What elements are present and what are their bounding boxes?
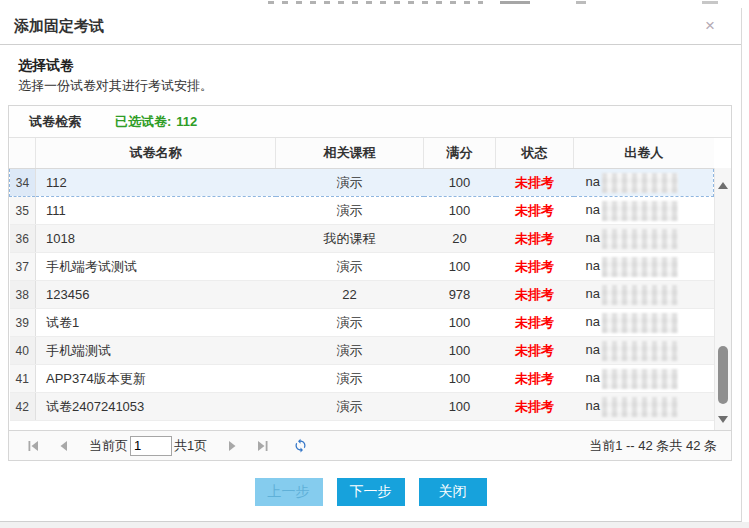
redaction-blur	[602, 341, 678, 361]
total-pages-label: 共1页	[174, 437, 207, 455]
cell-course: 演示	[276, 393, 424, 421]
cell-name: 112	[36, 169, 276, 197]
first-page-icon	[27, 439, 41, 453]
paper-table: 试卷名称 相关课程 满分 状态 出卷人 34112演示100未排考na35111…	[9, 138, 714, 421]
table-row[interactable]: 41APP374版本更新演示100未排考na	[10, 365, 714, 393]
author-text: na	[586, 370, 600, 385]
cell-course: 演示	[276, 197, 424, 225]
cell-score: 100	[424, 309, 496, 337]
cell-author: na	[574, 337, 714, 365]
last-page-button[interactable]	[253, 437, 271, 455]
page-background	[0, 522, 749, 528]
step-subtitle: 选择一份试卷对其进行考试安排。	[18, 77, 723, 95]
cell-status: 未排考	[496, 169, 574, 197]
cell-course: 演示	[276, 309, 424, 337]
cell-author: na	[574, 365, 714, 393]
cell-score: 978	[424, 281, 496, 309]
cell-status: 未排考	[496, 393, 574, 421]
prev-step-button[interactable]: 上一步	[255, 478, 323, 506]
table-row[interactable]: 35111演示100未排考na	[10, 197, 714, 225]
prev-page-icon	[57, 439, 71, 453]
cell-status: 未排考	[496, 197, 574, 225]
cell-name: 试卷1	[36, 309, 276, 337]
scroll-up-icon[interactable]	[718, 182, 728, 189]
table-row[interactable]: 361018我的课程20未排考na	[10, 225, 714, 253]
column-header-status: 状态	[496, 138, 574, 169]
paper-grid-panel: 试卷检索 已选试卷:112 试卷名称 相关课程 满分 状态 出卷人 34	[8, 105, 732, 461]
table-row[interactable]: 42试卷2407241053演示100未排考na	[10, 393, 714, 421]
dialog-header: 添加固定考试 ×	[0, 8, 741, 45]
prev-page-button[interactable]	[55, 437, 73, 455]
column-header-rownum	[10, 138, 36, 169]
cell-score: 100	[424, 393, 496, 421]
add-fixed-exam-dialog: 添加固定考试 × 选择试卷 选择一份试卷对其进行考试安排。 试卷检索 已选试卷:…	[0, 8, 742, 522]
cell-author: na	[574, 169, 714, 197]
footer-buttons: 上一步 下一步 关闭	[0, 478, 741, 506]
redaction-blur	[602, 173, 678, 193]
cell-status: 未排考	[496, 253, 574, 281]
cell-author: na	[574, 309, 714, 337]
table-row[interactable]: 40手机端测试演示100未排考na	[10, 337, 714, 365]
background-page-strip	[0, 0, 749, 8]
cell-score: 100	[424, 365, 496, 393]
cell-status: 未排考	[496, 337, 574, 365]
dialog-title: 添加固定考试	[14, 17, 104, 34]
cell-num: 35	[10, 197, 36, 225]
cell-score: 100	[424, 337, 496, 365]
redaction-blur	[602, 285, 678, 305]
table-header: 试卷名称 相关课程 满分 状态 出卷人	[10, 138, 714, 169]
cell-name: 1018	[36, 225, 276, 253]
page-number-input[interactable]	[130, 436, 172, 456]
current-page-label: 当前页	[89, 437, 128, 455]
column-header-author: 出卷人	[574, 138, 714, 169]
record-count-summary: 当前1 -- 42 条共 42 条	[589, 437, 721, 455]
paper-search-toggle[interactable]: 试卷检索	[29, 113, 81, 131]
background-text-fragment	[500, 1, 530, 4]
cell-name: 手机端测试	[36, 337, 276, 365]
grid-scrollbar[interactable]	[714, 168, 731, 430]
cell-author: na	[574, 197, 714, 225]
next-step-button[interactable]: 下一步	[337, 478, 405, 506]
cell-status: 未排考	[496, 225, 574, 253]
background-text-fragment	[702, 1, 718, 4]
author-text: na	[586, 230, 600, 245]
cell-num: 42	[10, 393, 36, 421]
refresh-button[interactable]	[291, 436, 310, 455]
cell-num: 41	[10, 365, 36, 393]
refresh-icon	[293, 438, 308, 453]
scrollbar-thumb[interactable]	[718, 346, 728, 404]
cell-author: na	[574, 225, 714, 253]
table-row[interactable]: 39试卷1演示100未排考na	[10, 309, 714, 337]
table-row[interactable]: 3812345622978未排考na	[10, 281, 714, 309]
cell-name: 试卷2407241053	[36, 393, 276, 421]
selected-paper-info: 已选试卷:112	[115, 113, 197, 131]
cell-name: 111	[36, 197, 276, 225]
selected-paper-label: 已选试卷:	[115, 114, 171, 129]
close-icon[interactable]: ×	[701, 8, 719, 44]
scroll-down-icon[interactable]	[718, 416, 728, 423]
author-text: na	[586, 398, 600, 413]
cell-name: 手机端考试测试	[36, 253, 276, 281]
grid-toolbar: 试卷检索 已选试卷:112	[9, 106, 731, 138]
cell-score: 100	[424, 169, 496, 197]
table-row[interactable]: 34112演示100未排考na	[10, 169, 714, 197]
cell-author: na	[574, 253, 714, 281]
cell-score: 100	[424, 253, 496, 281]
cell-name: APP374版本更新	[36, 365, 276, 393]
next-page-button[interactable]	[223, 437, 241, 455]
first-page-button[interactable]	[25, 437, 43, 455]
cell-num: 40	[10, 337, 36, 365]
redaction-blur	[602, 369, 678, 389]
author-text: na	[586, 286, 600, 301]
background-text-fragment	[268, 1, 483, 4]
cell-status: 未排考	[496, 281, 574, 309]
cell-author: na	[574, 393, 714, 421]
table-row[interactable]: 37手机端考试测试演示100未排考na	[10, 253, 714, 281]
column-header-score: 满分	[424, 138, 496, 169]
author-text: na	[586, 258, 600, 273]
author-text: na	[586, 314, 600, 329]
redaction-blur	[602, 397, 678, 417]
redaction-blur	[602, 257, 678, 277]
last-page-icon	[255, 439, 269, 453]
close-button[interactable]: 关闭	[419, 478, 487, 506]
